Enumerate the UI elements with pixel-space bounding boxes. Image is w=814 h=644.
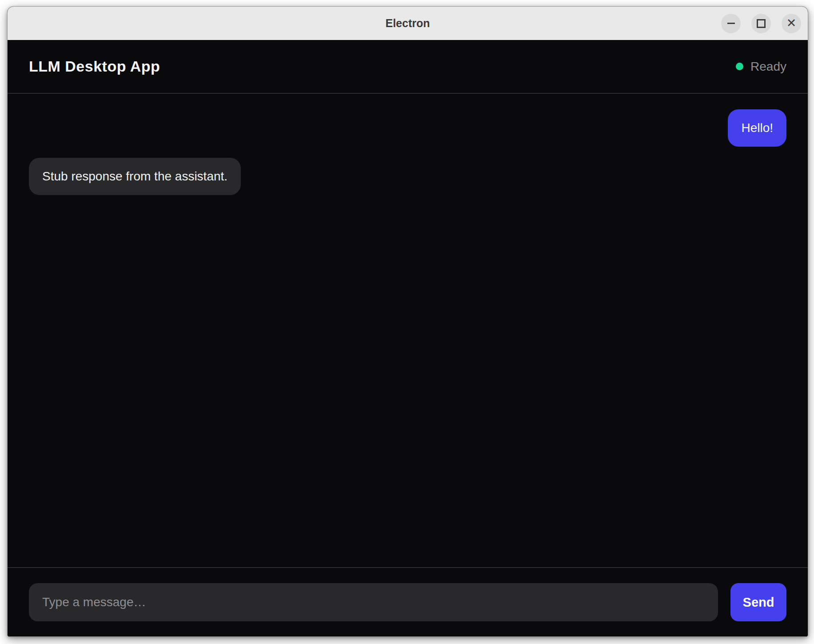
send-button[interactable]: Send xyxy=(730,583,786,621)
user-message-bubble: Hello! xyxy=(728,109,786,147)
composer-bar: Send xyxy=(8,567,808,636)
window-title: Electron xyxy=(8,17,808,30)
maximize-icon xyxy=(757,19,766,28)
status-dot-icon xyxy=(736,63,743,70)
status-label: Ready xyxy=(750,60,786,74)
minimize-icon xyxy=(727,23,735,24)
status-badge: Ready xyxy=(736,60,786,74)
app-root: LLM Desktop App Ready Hello! Stub respon… xyxy=(8,40,808,636)
app-header: LLM Desktop App Ready xyxy=(8,40,808,94)
page-title: LLM Desktop App xyxy=(29,58,160,75)
chat-message-list[interactable]: Hello! Stub response from the assistant. xyxy=(8,94,808,567)
minimize-button[interactable] xyxy=(721,14,741,33)
titlebar[interactable]: Electron ✕ xyxy=(8,7,808,40)
message-input[interactable] xyxy=(29,583,718,621)
assistant-message-bubble: Stub response from the assistant. xyxy=(29,158,241,195)
electron-window: Electron ✕ LLM Desktop App Ready Hello! … xyxy=(7,6,808,637)
close-button[interactable]: ✕ xyxy=(782,14,801,33)
maximize-button[interactable] xyxy=(751,14,771,33)
close-icon: ✕ xyxy=(786,17,797,29)
